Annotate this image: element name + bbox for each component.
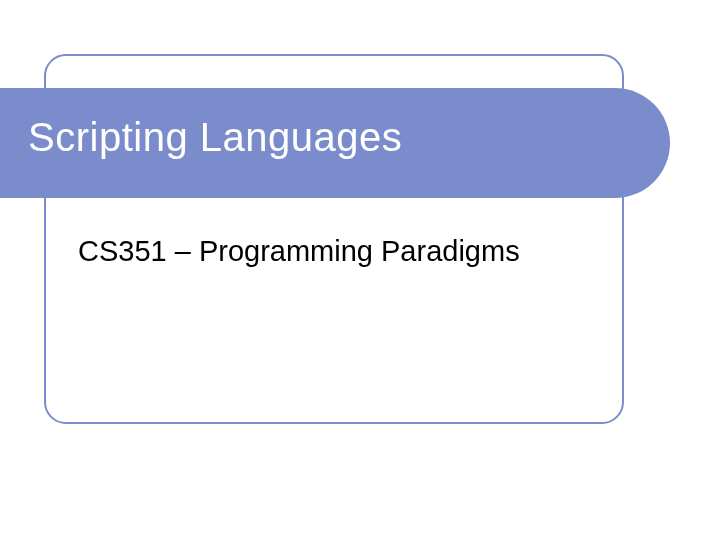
- slide-title: Scripting Languages: [28, 115, 402, 160]
- slide-subtitle: CS351 – Programming Paradigms: [78, 235, 520, 268]
- title-underline: [46, 202, 622, 207]
